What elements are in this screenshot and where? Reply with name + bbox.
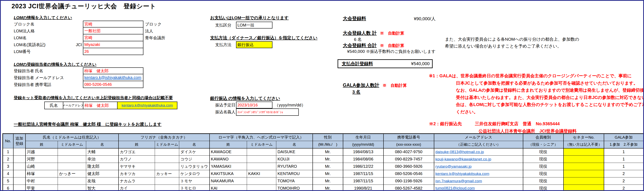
cell-gender[interactable]: Mr. bbox=[313, 156, 343, 163]
cell-email[interactable]: ryutaro@yamasaki.jp bbox=[434, 163, 523, 170]
email-link[interactable]: ryutaro@yamasaki.jp bbox=[436, 164, 472, 168]
cell-gender[interactable]: Mr. bbox=[313, 185, 343, 191]
cell-name-sei[interactable]: 河野 bbox=[26, 156, 58, 163]
cell-birth-date[interactable]: 1987/11/15 bbox=[343, 170, 384, 178]
cell-kana-middle[interactable] bbox=[155, 148, 179, 156]
cell-senator-no[interactable] bbox=[564, 148, 604, 156]
cell-member-type[interactable]: 現役 bbox=[523, 148, 564, 156]
cell-name-sei[interactable]: 川越 bbox=[26, 148, 58, 156]
cell-roman-mei[interactable]: KOUJI bbox=[276, 156, 313, 163]
cell-senator-no[interactable] bbox=[564, 156, 604, 163]
cell-name-sei[interactable]: 柿塚 bbox=[26, 170, 58, 178]
cell-email[interactable]: tumo0821@icloud.com bbox=[434, 185, 523, 191]
cell-name-mei[interactable]: 健太郎 bbox=[86, 170, 118, 178]
cell-roman-middle[interactable]: KAKKI bbox=[247, 170, 276, 178]
cell-no[interactable]: 1 bbox=[3, 148, 13, 156]
cell-add-registration[interactable] bbox=[13, 156, 26, 163]
cell-name-middle[interactable]: かっきー bbox=[58, 170, 86, 178]
cell-name-middle[interactable] bbox=[58, 163, 86, 170]
cell-gala[interactable]: 1 bbox=[604, 163, 644, 170]
cell-kana-middle[interactable] bbox=[155, 185, 179, 191]
cell-add-registration[interactable] bbox=[13, 163, 26, 170]
cell-senator-no[interactable] bbox=[564, 185, 604, 191]
cell-phone[interactable]: 090-1198-5926 bbox=[384, 178, 434, 185]
cell-name-mei[interactable]: 幸治 bbox=[86, 156, 118, 163]
cell-name-mei[interactable]: 友哉 bbox=[86, 178, 118, 185]
cell-birth-date[interactable]: 1990/8/21 bbox=[343, 185, 384, 191]
bank-payer-input[interactable]: ｲｯﾊﾟﾝｼｬﾀﾞﾝﾎｳｼﾞﾝﾐﾔｻﾞｷｾｲﾈﾝｶｲｷﾞｼｮ bbox=[236, 108, 299, 116]
kit-email-input[interactable]: kentaro.k@ishiyakakithuka.com bbox=[118, 102, 177, 109]
cell-kana-mei[interactable]: ケンタロウ bbox=[179, 170, 210, 178]
cell-kana-middle[interactable] bbox=[155, 156, 179, 163]
cell-gender[interactable]: Mr. bbox=[313, 148, 343, 156]
contact-field-input[interactable]: 柿塚 健太郎 bbox=[83, 68, 144, 74]
cell-gala[interactable]: 2 bbox=[604, 170, 644, 178]
cell-kana-sei[interactable]: ヤマサキ bbox=[118, 163, 155, 170]
cell-kana-middle[interactable] bbox=[155, 163, 179, 170]
kit-email-link[interactable]: kentaro.k@ishiyakakithuka.com bbox=[122, 104, 173, 108]
cell-email[interactable]: isn.7nakamura@gmail.com bbox=[434, 178, 523, 185]
cell-add-registration[interactable] bbox=[13, 185, 26, 191]
cell-gender[interactable]: Mr. bbox=[313, 178, 343, 185]
cell-kana-mei[interactable]: トモヤ bbox=[179, 178, 210, 185]
cell-birth-date[interactable]: 1987/11/15 bbox=[343, 178, 384, 185]
cell-no[interactable]: 3 bbox=[3, 163, 13, 170]
contact-field-input[interactable]: kentaro.k@ishiyakakithuka.com bbox=[83, 74, 144, 81]
cell-member-type[interactable]: 現役 bbox=[523, 170, 564, 178]
cell-roman-sei[interactable]: KAI bbox=[210, 185, 247, 191]
payment-division-input[interactable]: LOM一括 bbox=[236, 22, 272, 28]
lom-field-input[interactable]: Miyazaki bbox=[83, 41, 144, 48]
contact-field-input[interactable]: 080-5206-0546 bbox=[83, 81, 144, 88]
cell-roman-sei[interactable]: KAWAGOE bbox=[210, 148, 247, 156]
cell-phone[interactable]: 080-3960-5926 bbox=[384, 163, 434, 170]
cell-senator-no[interactable] bbox=[564, 170, 604, 178]
cell-add-registration[interactable] bbox=[13, 148, 26, 156]
cell-gala[interactable]: 2 bbox=[604, 185, 644, 191]
cell-kana-sei[interactable]: カワノ bbox=[118, 156, 155, 163]
cell-name-sei[interactable]: 中村 bbox=[26, 178, 58, 185]
lom-field-input[interactable]: 26 bbox=[83, 48, 144, 55]
payment-method-input[interactable]: 銀行振込 bbox=[236, 41, 272, 48]
cell-name-middle[interactable] bbox=[58, 148, 86, 156]
cell-no[interactable]: 6 bbox=[3, 185, 13, 191]
cell-roman-sei[interactable]: NAKAMURA bbox=[210, 178, 247, 185]
cell-roman-mei[interactable]: KENTAROU bbox=[276, 170, 313, 178]
cell-member-type[interactable]: 現役 bbox=[523, 163, 564, 170]
cell-roman-sei[interactable]: KAKITSUKA bbox=[210, 170, 247, 178]
cell-name-mei[interactable]: 隆太郎 bbox=[86, 163, 118, 170]
cell-roman-middle[interactable] bbox=[247, 185, 276, 191]
cell-kana-sei[interactable]: カキツカ bbox=[118, 170, 155, 178]
cell-add-registration[interactable] bbox=[13, 170, 26, 178]
bank-date-input[interactable]: 2023/10/16 bbox=[236, 102, 272, 108]
cell-name-middle[interactable] bbox=[58, 178, 86, 185]
cell-birth-date[interactable]: 1986/12/22 bbox=[343, 163, 384, 170]
cell-roman-mei[interactable]: DAISUKE bbox=[276, 148, 313, 156]
email-link[interactable]: isn.7nakamura@gmail.com bbox=[436, 179, 482, 183]
cell-member-type[interactable]: 現役 bbox=[523, 185, 564, 191]
cell-kana-sei[interactable]: ナカムラ bbox=[118, 178, 155, 185]
lom-field-input[interactable]: 一般社団 bbox=[83, 28, 144, 34]
cell-gala[interactable]: 1 bbox=[604, 156, 644, 163]
cell-member-type[interactable]: 現役 bbox=[523, 178, 564, 185]
cell-kana-mei[interactable]: ダイスケ bbox=[179, 148, 210, 156]
contact-field-value[interactable]: kentaro.k@ishiyakakithuka.com bbox=[84, 75, 142, 80]
cell-name-middle[interactable] bbox=[58, 156, 86, 163]
cell-no[interactable]: 4 bbox=[3, 170, 13, 178]
cell-phone[interactable]: 080-4027-9750 bbox=[384, 148, 434, 156]
cell-gender[interactable]: Mr. bbox=[313, 170, 343, 178]
cell-name-mei[interactable]: 智大 bbox=[86, 185, 118, 191]
cell-roman-sei[interactable]: YAMASAKI bbox=[210, 163, 247, 170]
cell-kana-mei[interactable]: リュウタリョウ bbox=[179, 163, 210, 170]
cell-roman-middle[interactable] bbox=[247, 178, 276, 185]
cell-gender[interactable]: Mr. bbox=[313, 163, 343, 170]
cell-phone[interactable]: 080-5206-0546 bbox=[384, 170, 434, 178]
cell-kana-sei[interactable]: カイ bbox=[118, 185, 155, 191]
cell-email[interactable]: daisuke-0813@hotmail.co.jp bbox=[434, 148, 523, 156]
cell-birth-date[interactable]: 1984/08/06 bbox=[343, 156, 384, 163]
cell-phone[interactable]: 090-8229-7457 bbox=[384, 156, 434, 163]
cell-no[interactable]: 5 bbox=[3, 178, 13, 185]
email-link[interactable]: daisuke-0813@hotmail.co.jp bbox=[436, 150, 484, 154]
cell-roman-mei[interactable]: TOMOYA bbox=[276, 178, 313, 185]
cell-senator-no[interactable] bbox=[564, 178, 604, 185]
cell-email[interactable]: kouji-kawano@kawakitanet.co.jp bbox=[434, 156, 523, 163]
